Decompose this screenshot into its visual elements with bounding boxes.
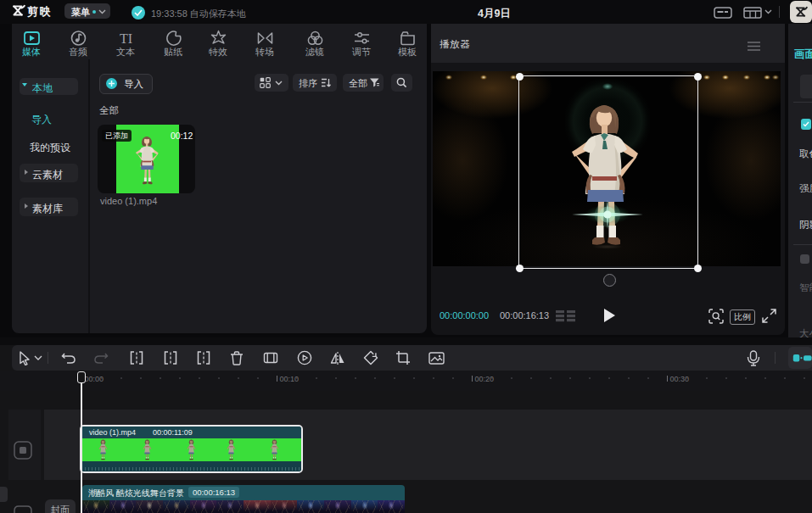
svg-text:TI: TI — [120, 31, 132, 46]
